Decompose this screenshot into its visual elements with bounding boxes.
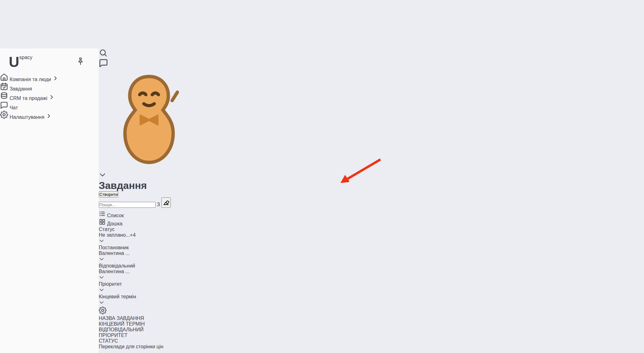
sidebar-item-crm[interactable]: CRM та продажі [0, 92, 99, 101]
filter-label: Статус [99, 227, 199, 232]
column-header-priority: ПРІОРИТЕТ [99, 333, 199, 338]
chevron-down-icon [99, 301, 104, 306]
annotation-arrow [199, 48, 644, 353]
sidebar-item-settings[interactable]: Налаштування [0, 111, 99, 120]
filter-label: Кінцевий термін [99, 294, 199, 300]
sidebar-item-company[interactable]: Компанія та люди [0, 73, 99, 82]
view-toggle-label: Дошка [107, 221, 122, 226]
sidebar-item-chat[interactable]: Чат [0, 101, 99, 111]
filter-priority[interactable]: Пріоритет [99, 281, 199, 294]
list-view-icon [99, 213, 106, 218]
uspacy-logo[interactable]: U spacy [9, 55, 32, 69]
filter-label: Відповідальний [99, 263, 199, 269]
filter-value: Валентина ... [99, 251, 199, 256]
calendar-check-icon [0, 86, 8, 91]
chevron-down-icon [99, 239, 104, 245]
chevron-down-icon [99, 276, 104, 281]
filter-extra-count: +4 [130, 232, 136, 238]
logo-letter: U [9, 55, 19, 69]
sidebar-item-label: Завдання [9, 86, 32, 91]
logo-text: spacy [19, 55, 32, 60]
view-toggle: Список Дошка [99, 210, 199, 227]
column-header-responsible: ВІДПОВІДАЛЬНИЙ [99, 327, 199, 333]
profile-menu-chevron-icon[interactable] [99, 174, 106, 179]
clock-icon [99, 350, 193, 353]
filter-label: Постановник [99, 245, 199, 251]
active-filters-count: 3 [157, 202, 160, 207]
home-icon [0, 77, 8, 82]
task-name[interactable]: Переклади для сторінки цін [99, 344, 199, 350]
filter-status[interactable]: Статус Не заплано...+4 [99, 227, 199, 245]
sidebar-item-label: Компанія та люди [9, 77, 51, 82]
sidebar-item-label: Чат [9, 105, 18, 110]
chat-icon [0, 105, 8, 110]
user-avatar[interactable] [99, 165, 199, 171]
pin-sidebar-icon[interactable] [76, 57, 85, 67]
messages-icon[interactable] [99, 63, 108, 69]
tasks-table: НАЗВА ЗАВДАННЯ КІНЦЕВИЙ ТЕРМІН ВІДПОВІДА… [99, 306, 199, 353]
page-title: Завдання [99, 180, 199, 191]
filter-value: Не заплано... [99, 232, 130, 238]
chevron-right-icon [53, 77, 58, 82]
gear-icon [0, 114, 8, 120]
filter-bar: Статус Не заплано...+4 Постановник Вален… [99, 227, 199, 306]
layers-icon [0, 96, 8, 101]
content: Завдання Створити 3 Список [99, 180, 199, 353]
sidebar-nav: Компанія та люди Завдання CRM та продажі… [0, 73, 99, 120]
sidebar-item-tasks[interactable]: Завдання [0, 82, 99, 92]
sidebar-item-label: Налаштування [9, 114, 44, 120]
column-header-deadline: КІНЦЕВИЙ ТЕРМІН [99, 321, 199, 327]
topbar [99, 48, 199, 180]
task-search-input[interactable] [99, 202, 156, 208]
task-search-field: 3 [99, 197, 199, 208]
table-header-row: НАЗВА ЗАВДАННЯ КІНЦЕВИЙ ТЕРМІН ВІДПОВІДА… [99, 306, 199, 344]
view-toggle-label: Список [107, 213, 124, 218]
chevron-right-icon [46, 114, 52, 120]
filter-label: Пріоритет [99, 281, 199, 287]
table-row[interactable]: Переклади для сторінки цін 28.04.2023, 1… [99, 344, 199, 353]
chevron-right-icon [49, 96, 54, 101]
column-header-name: НАЗВА ЗАВДАННЯ [99, 316, 199, 321]
view-toggle-list[interactable]: Список [99, 210, 199, 218]
view-toggle-board[interactable]: Дошка [99, 218, 199, 227]
filter-responsible[interactable]: Відповідальний Валентина ... [99, 263, 199, 281]
filter-deadline[interactable]: Кінцевий термін [99, 294, 199, 306]
clear-filters-button[interactable] [161, 197, 171, 208]
sidebar-item-label: CRM та продажі [9, 96, 47, 101]
chevron-down-icon [99, 257, 104, 263]
table-settings-gear-icon[interactable] [99, 310, 107, 315]
app-window: U spacy Компанія та люди Завдання CRM та… [0, 48, 644, 353]
main-area: Завдання Створити 3 Список [99, 48, 199, 353]
column-header-status: СТАТУС [99, 338, 199, 344]
filter-author[interactable]: Постановник Валентина ... [99, 245, 199, 263]
filter-value: Валентина ... [99, 269, 199, 274]
global-search-icon[interactable] [99, 53, 108, 58]
chevron-down-icon [99, 288, 104, 294]
create-task-button[interactable]: Створити [99, 191, 118, 197]
board-view-icon [99, 221, 106, 226]
sidebar: U spacy Компанія та люди Завдання CRM та… [0, 48, 99, 353]
